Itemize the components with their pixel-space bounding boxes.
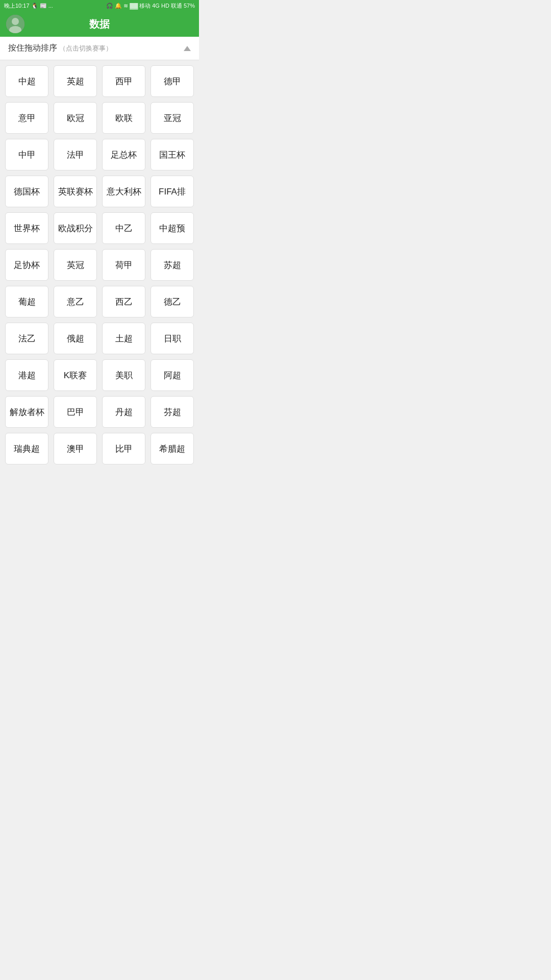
avatar[interactable] (6, 15, 24, 33)
league-item[interactable]: 足协杯 (5, 249, 48, 281)
league-item[interactable]: 欧联 (102, 102, 145, 134)
league-item[interactable]: 欧战积分 (54, 212, 97, 244)
league-item[interactable]: 英超 (54, 65, 97, 97)
league-item[interactable]: 瑞典超 (5, 433, 48, 464)
league-item[interactable]: 意大利杯 (102, 176, 145, 207)
app-header: 数据 (0, 11, 199, 37)
league-item[interactable]: 土超 (102, 323, 145, 354)
chevron-up-icon[interactable] (184, 46, 191, 51)
league-item[interactable]: 中超预 (151, 212, 194, 244)
league-item[interactable]: 比甲 (102, 433, 145, 464)
league-item[interactable]: 澳甲 (54, 433, 97, 464)
league-item[interactable]: 意乙 (54, 286, 97, 317)
league-item[interactable]: 港超 (5, 359, 48, 391)
status-icons: 🎧 🔔 ≋ ▓▓ 移动 4G HD 联通 57% (106, 2, 195, 10)
status-time: 晚上10:17 🐧 📰 ... (4, 2, 53, 10)
toolbar: 按住拖动排序 （点击切换赛事） (0, 37, 199, 60)
league-item[interactable]: 巴甲 (54, 396, 97, 428)
league-item[interactable]: 日职 (151, 323, 194, 354)
league-item[interactable]: 丹超 (102, 396, 145, 428)
league-item[interactable]: 英冠 (54, 249, 97, 281)
league-item[interactable]: 阿超 (151, 359, 194, 391)
league-item[interactable]: 葡超 (5, 286, 48, 317)
league-item[interactable]: 希腊超 (151, 433, 194, 464)
league-item[interactable]: 西乙 (102, 286, 145, 317)
league-item[interactable]: 西甲 (102, 65, 145, 97)
league-item[interactable]: 足总杯 (102, 139, 145, 170)
league-item[interactable]: 德国杯 (5, 176, 48, 207)
league-item[interactable]: 芬超 (151, 396, 194, 428)
league-item[interactable]: 德乙 (151, 286, 194, 317)
league-item[interactable]: 世界杯 (5, 212, 48, 244)
league-item[interactable]: 美职 (102, 359, 145, 391)
league-item[interactable]: FIFA排 (151, 176, 194, 207)
page-title: 数据 (89, 17, 110, 31)
league-item[interactable]: 法乙 (5, 323, 48, 354)
league-item[interactable]: 法甲 (54, 139, 97, 170)
league-item[interactable]: 欧冠 (54, 102, 97, 134)
league-item[interactable]: 亚冠 (151, 102, 194, 134)
svg-point-1 (12, 18, 19, 25)
status-bar: 晚上10:17 🐧 📰 ... 🎧 🔔 ≋ ▓▓ 移动 4G HD 联通 57% (0, 0, 199, 11)
league-item[interactable]: 中乙 (102, 212, 145, 244)
league-item[interactable]: 俄超 (54, 323, 97, 354)
league-item[interactable]: 英联赛杯 (54, 176, 97, 207)
toolbar-label: 按住拖动排序 （点击切换赛事） (8, 43, 112, 54)
league-item[interactable]: 中甲 (5, 139, 48, 170)
league-item[interactable]: 荷甲 (102, 249, 145, 281)
league-item[interactable]: 意甲 (5, 102, 48, 134)
league-item[interactable]: K联赛 (54, 359, 97, 391)
league-item[interactable]: 中超 (5, 65, 48, 97)
league-item[interactable]: 德甲 (151, 65, 194, 97)
league-item[interactable]: 苏超 (151, 249, 194, 281)
league-item[interactable]: 国王杯 (151, 139, 194, 170)
league-grid: 中超英超西甲德甲意甲欧冠欧联亚冠中甲法甲足总杯国王杯德国杯英联赛杯意大利杯FIF… (0, 60, 199, 470)
league-item[interactable]: 解放者杯 (5, 396, 48, 428)
